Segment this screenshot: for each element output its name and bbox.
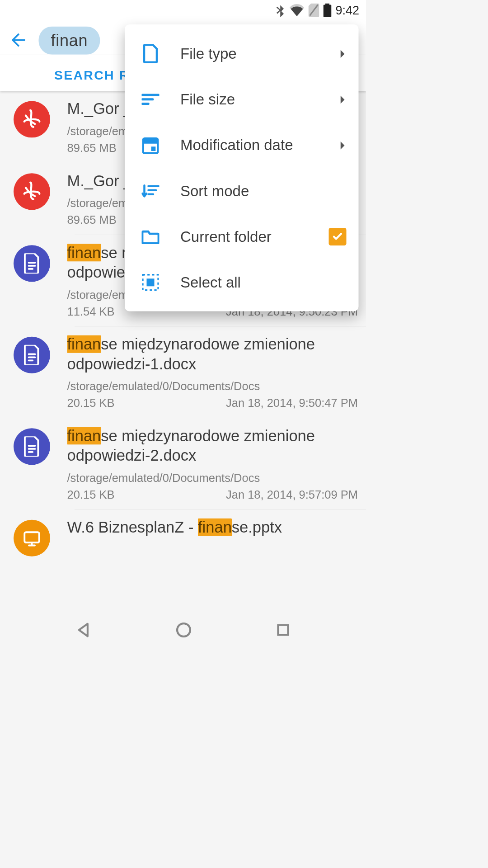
menu-label: File size: [180, 91, 235, 108]
file-date: Jan 18, 2014, 9:57:09 PM: [226, 488, 358, 501]
file-size: 11.54 KB: [67, 305, 115, 318]
svg-point-7: [177, 623, 190, 637]
bluetooth-icon: [275, 3, 286, 18]
nav-recent[interactable]: [276, 623, 291, 639]
file-row[interactable]: W.6 BiznesplanZ - finanse.pptx: [0, 509, 366, 565]
file-date: Jan 18, 2014, 9:50:47 PM: [226, 396, 358, 410]
checkbox-checked[interactable]: [329, 228, 347, 245]
file-size: 20.15 KB: [67, 396, 115, 410]
svg-rect-1: [24, 532, 39, 542]
file-size-icon: [142, 92, 160, 106]
file-name: finanse międzynarodowe zmienione odpowie…: [67, 426, 358, 465]
wifi-icon: [289, 4, 304, 16]
file-row[interactable]: finanse międzynarodowe zmienione odpowie…: [0, 418, 366, 509]
file-row[interactable]: finanse międzynarodowe zmienione odpowie…: [0, 326, 366, 418]
menu-label: Select all: [180, 274, 241, 291]
menu-current-folder[interactable]: Current folder: [125, 214, 359, 259]
pdf-icon: [14, 173, 50, 210]
menu-file-type[interactable]: File type: [125, 31, 359, 76]
menu-modification-date[interactable]: Modification date: [125, 122, 359, 168]
calendar-icon: [142, 136, 160, 154]
sim-icon: [308, 4, 319, 17]
svg-rect-5: [146, 278, 154, 286]
menu-label: Modification date: [180, 137, 293, 154]
svg-rect-8: [278, 625, 288, 635]
filter-menu: File type File size Modification date So…: [125, 24, 359, 311]
file-size: 20.15 KB: [67, 488, 115, 501]
file-name: finanse międzynarodowe zmienione odpowie…: [67, 335, 358, 373]
svg-rect-4: [151, 146, 156, 151]
file-path: /storage/emulated/0/Documents/Docs: [67, 380, 358, 393]
docx-icon: [14, 428, 50, 465]
menu-file-size[interactable]: File size: [125, 76, 359, 122]
file-path: /storage/emulated/0/Documents/Docs: [67, 472, 358, 485]
menu-label: File type: [180, 45, 237, 62]
menu-select-all[interactable]: Select all: [125, 259, 359, 305]
file-type-icon: [142, 44, 160, 63]
sort-icon: [142, 183, 160, 198]
file-name: W.6 BiznesplanZ - finanse.pptx: [67, 518, 358, 537]
status-time: 9:42: [335, 3, 359, 18]
docx-icon: [14, 245, 50, 282]
menu-label: Current folder: [180, 228, 272, 245]
pdf-icon: [14, 101, 50, 138]
nav-home[interactable]: [176, 622, 192, 640]
select-all-icon: [142, 274, 160, 291]
menu-label: Sort mode: [180, 182, 249, 199]
menu-sort-mode[interactable]: Sort mode: [125, 168, 359, 213]
folder-icon: [142, 229, 160, 244]
chevron-right-icon: [340, 137, 347, 154]
file-size: 89.65 MB: [67, 213, 117, 226]
file-size: 89.65 MB: [67, 141, 117, 154]
docx-icon: [14, 337, 50, 373]
chevron-right-icon: [340, 91, 347, 108]
chevron-right-icon: [340, 45, 347, 62]
status-bar: 9:42: [0, 0, 366, 20]
search-input[interactable]: finan: [39, 27, 100, 55]
nav-back[interactable]: [76, 622, 92, 639]
svg-rect-3: [143, 138, 158, 143]
android-nav-bar: [0, 610, 366, 651]
back-arrow[interactable]: [8, 30, 28, 52]
pptx-icon: [14, 520, 50, 557]
battery-icon: [323, 4, 331, 17]
